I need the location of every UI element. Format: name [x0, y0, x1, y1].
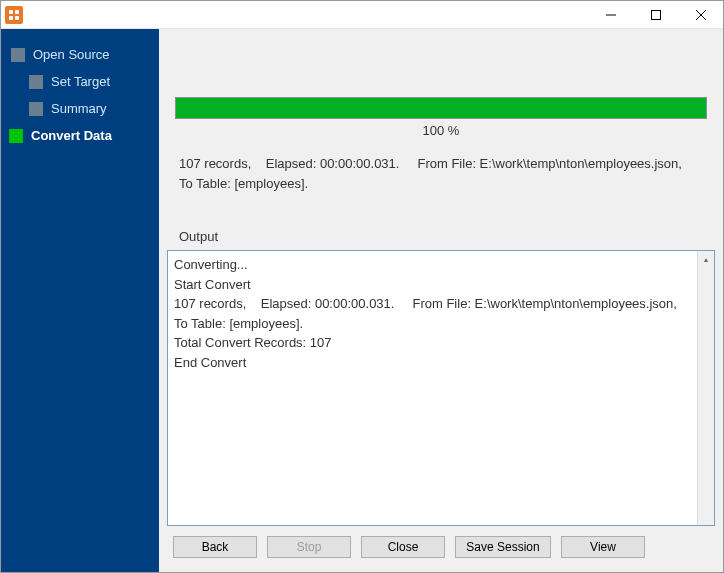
- svg-rect-0: [9, 10, 13, 14]
- scroll-up-arrow-icon[interactable]: ▴: [698, 251, 714, 268]
- svg-rect-1: [15, 10, 19, 14]
- sidebar-item-label: Convert Data: [31, 128, 112, 143]
- output-label: Output: [175, 229, 707, 244]
- minimize-button[interactable]: [588, 1, 633, 28]
- titlebar: [1, 1, 723, 29]
- close-window-button[interactable]: [678, 1, 723, 28]
- sidebar-item-set-target[interactable]: Set Target: [1, 68, 159, 95]
- maximize-button[interactable]: [633, 1, 678, 28]
- progress-bar: [175, 97, 707, 119]
- button-label: View: [590, 540, 616, 554]
- progress-area: 100 % 107 records, Elapsed: 00:00:00.031…: [167, 37, 715, 248]
- app-icon: [5, 6, 23, 24]
- step-box-icon: [11, 48, 25, 62]
- window-controls: [588, 1, 723, 28]
- sidebar-item-open-source[interactable]: Open Source: [1, 41, 159, 68]
- titlebar-left: [1, 6, 29, 24]
- minimize-icon: [606, 10, 616, 20]
- save-session-button[interactable]: Save Session: [455, 536, 551, 558]
- scrollbar[interactable]: ▴: [697, 251, 714, 525]
- sidebar-item-label: Open Source: [33, 47, 110, 62]
- sidebar-item-label: Summary: [51, 101, 107, 116]
- button-label: Stop: [297, 540, 322, 554]
- view-button[interactable]: View: [561, 536, 645, 558]
- sidebar-item-convert-data[interactable]: Convert Data: [1, 122, 159, 149]
- progress-percent-label: 100 %: [175, 123, 707, 138]
- stop-button: Stop: [267, 536, 351, 558]
- progress-bar-fill: [176, 98, 706, 118]
- step-box-icon: [29, 102, 43, 116]
- button-label: Close: [388, 540, 419, 554]
- svg-rect-2: [9, 16, 13, 20]
- sidebar-item-summary[interactable]: Summary: [1, 95, 159, 122]
- status-text: 107 records, Elapsed: 00:00:00.031. From…: [175, 154, 707, 193]
- button-label: Back: [202, 540, 229, 554]
- main-panel: 100 % 107 records, Elapsed: 00:00:00.031…: [159, 29, 723, 572]
- step-box-icon: [9, 129, 23, 143]
- content: Open Source Set Target Summary Convert D…: [1, 29, 723, 572]
- step-box-icon: [29, 75, 43, 89]
- back-button[interactable]: Back: [173, 536, 257, 558]
- svg-rect-5: [651, 10, 660, 19]
- maximize-icon: [651, 10, 661, 20]
- sidebar: Open Source Set Target Summary Convert D…: [1, 29, 159, 572]
- svg-rect-3: [15, 16, 19, 20]
- button-row: Back Stop Close Save Session View: [167, 526, 715, 564]
- button-label: Save Session: [466, 540, 539, 554]
- close-button[interactable]: Close: [361, 536, 445, 558]
- sidebar-item-label: Set Target: [51, 74, 110, 89]
- output-box: Converting... Start Convert 107 records,…: [167, 250, 715, 526]
- close-icon: [696, 10, 706, 20]
- output-text[interactable]: Converting... Start Convert 107 records,…: [168, 251, 697, 525]
